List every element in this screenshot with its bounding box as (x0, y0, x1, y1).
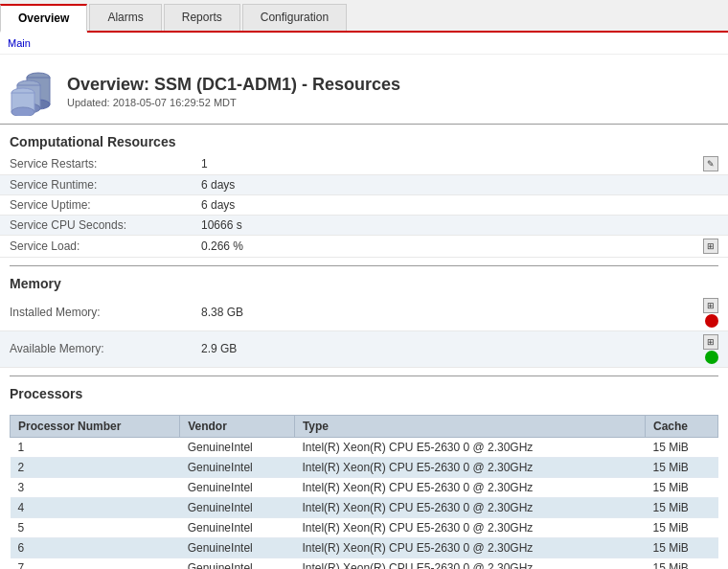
table-row: Service Runtime:6 days (0, 175, 728, 195)
row-value: 10666 s (192, 216, 690, 236)
tab-reports[interactable]: Reports (164, 4, 240, 31)
tab-alarms[interactable]: Alarms (89, 4, 161, 31)
processors-section: Processor NumberVendorTypeCache 1 Genuin… (0, 405, 728, 569)
proc-type: Intel(R) Xeon(R) CPU E5-2630 0 @ 2.30GHz (294, 537, 645, 558)
proc-type: Intel(R) Xeon(R) CPU E5-2630 0 @ 2.30GHz (294, 517, 645, 537)
row-value: 1 (192, 153, 690, 175)
proc-number: 7 (11, 558, 180, 569)
table-row: 7 GenuineIntel Intel(R) Xeon(R) CPU E5-2… (11, 558, 718, 569)
proc-type: Intel(R) Xeon(R) CPU E5-2630 0 @ 2.30GHz (294, 558, 645, 569)
proc-cache: 15 MiB (645, 477, 717, 497)
row-value: 8.38 GB (192, 295, 690, 330)
row-value: 6 days (192, 195, 690, 216)
table-row: 2 GenuineIntel Intel(R) Xeon(R) CPU E5-2… (11, 457, 718, 477)
processors-section-title: Processors (0, 376, 728, 405)
row-action: ⊞ (690, 295, 728, 330)
row-action (690, 195, 728, 216)
table-row: 5 GenuineIntel Intel(R) Xeon(R) CPU E5-2… (11, 517, 718, 537)
tab-bar: Overview Alarms Reports Configuration (0, 0, 728, 33)
row-label: Service Uptime: (0, 195, 192, 216)
row-label: Available Memory: (0, 330, 192, 367)
proc-type: Intel(R) Xeon(R) CPU E5-2630 0 @ 2.30GHz (294, 457, 645, 477)
row-action: ✎ (690, 153, 728, 175)
column-header: Type (294, 415, 645, 437)
table-row: 1 GenuineIntel Intel(R) Xeon(R) CPU E5-2… (11, 437, 718, 457)
proc-number: 3 (11, 477, 180, 497)
row-label: Installed Memory: (0, 295, 192, 330)
row-action: ⊞ (690, 330, 728, 367)
row-action (690, 175, 728, 195)
proc-vendor: GenuineIntel (180, 457, 295, 477)
header-text: Overview: SSM (DC1-ADM1) - Resources Upd… (67, 75, 400, 108)
breadcrumb-main-link[interactable]: Main (8, 37, 31, 49)
table-row: Available Memory: 2.9 GB ⊞ (0, 330, 728, 367)
computational-table: Service Restarts:1✎Service Runtime:6 day… (0, 153, 728, 258)
proc-vendor: GenuineIntel (180, 537, 295, 558)
table-row: Service Restarts:1✎ (0, 153, 728, 175)
page-header: Overview: SSM (DC1-ADM1) - Resources Upd… (0, 55, 728, 125)
column-header: Vendor (180, 415, 295, 437)
table-row: Installed Memory: 8.38 GB ⊞ (0, 295, 728, 330)
proc-type: Intel(R) Xeon(R) CPU E5-2630 0 @ 2.30GHz (294, 437, 645, 457)
proc-number: 6 (11, 537, 180, 558)
expand-icon[interactable]: ⊞ (703, 298, 718, 313)
proc-cache: 15 MiB (645, 517, 717, 537)
proc-vendor: GenuineIntel (180, 497, 295, 517)
table-header-row: Processor NumberVendorTypeCache (11, 415, 718, 437)
proc-vendor: GenuineIntel (180, 477, 295, 497)
page-title: Overview: SSM (DC1-ADM1) - Resources (67, 75, 400, 95)
table-row: Service Uptime:6 days (0, 195, 728, 216)
computational-section-title: Computational Resources (0, 125, 728, 153)
status-green-icon (705, 351, 718, 364)
breadcrumb: Main (0, 33, 728, 55)
page-subtitle: Updated: 2018-05-07 16:29:52 MDT (67, 97, 400, 108)
proc-number: 5 (11, 517, 180, 537)
table-row: Service CPU Seconds:10666 s (0, 216, 728, 236)
row-label: Service CPU Seconds: (0, 216, 192, 236)
table-row: 6 GenuineIntel Intel(R) Xeon(R) CPU E5-2… (11, 537, 718, 558)
row-value: 2.9 GB (192, 330, 690, 367)
proc-cache: 15 MiB (645, 457, 717, 477)
proc-cache: 15 MiB (645, 537, 717, 558)
proc-cache: 15 MiB (645, 558, 717, 569)
tab-configuration[interactable]: Configuration (242, 4, 347, 31)
row-action: ⊞ (690, 236, 728, 258)
proc-vendor: GenuineIntel (180, 558, 295, 569)
expand-icon[interactable]: ⊞ (703, 334, 718, 350)
row-label: Service Runtime: (0, 175, 192, 195)
tab-overview[interactable]: Overview (0, 4, 87, 33)
column-header: Processor Number (11, 415, 180, 437)
row-value: 0.266 % (192, 236, 690, 258)
table-row: Service Load:0.266 %⊞ (0, 236, 728, 258)
proc-cache: 15 MiB (645, 497, 717, 517)
proc-type: Intel(R) Xeon(R) CPU E5-2630 0 @ 2.30GHz (294, 477, 645, 497)
proc-number: 2 (11, 457, 180, 477)
svg-point-8 (11, 107, 34, 116)
row-value: 6 days (192, 175, 690, 195)
resource-icon (10, 66, 54, 116)
proc-type: Intel(R) Xeon(R) CPU E5-2630 0 @ 2.30GHz (294, 497, 645, 517)
proc-vendor: GenuineIntel (180, 437, 295, 457)
proc-number: 1 (11, 437, 180, 457)
expand-icon[interactable]: ⊞ (703, 239, 718, 254)
proc-cache: 15 MiB (645, 437, 717, 457)
row-action (690, 216, 728, 236)
processors-table: Processor NumberVendorTypeCache 1 Genuin… (10, 415, 718, 569)
proc-vendor: GenuineIntel (180, 517, 295, 537)
proc-number: 4 (11, 497, 180, 517)
memory-section-title: Memory (0, 266, 728, 295)
status-red-icon (705, 314, 718, 328)
row-label: Service Restarts: (0, 153, 192, 175)
table-row: 4 GenuineIntel Intel(R) Xeon(R) CPU E5-2… (11, 497, 718, 517)
row-label: Service Load: (0, 236, 192, 258)
table-row: 3 GenuineIntel Intel(R) Xeon(R) CPU E5-2… (11, 477, 718, 497)
memory-table: Installed Memory: 8.38 GB ⊞ Available Me… (0, 295, 728, 368)
column-header: Cache (645, 415, 717, 437)
edit-icon[interactable]: ✎ (703, 156, 718, 171)
